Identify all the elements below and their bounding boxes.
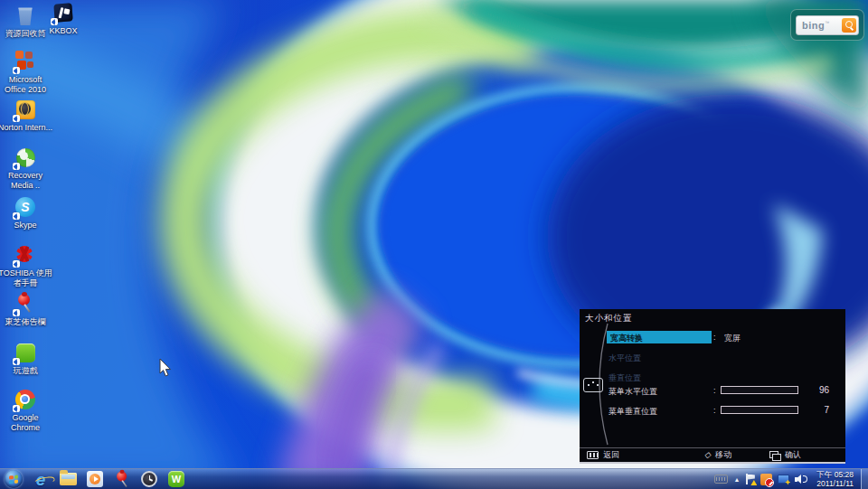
taskbar-bulletin[interactable] xyxy=(108,469,136,489)
desktop-icon-recovery-media[interactable]: Recovery Media .. xyxy=(0,146,53,190)
taskbar-games[interactable]: W xyxy=(163,469,190,489)
network-icon[interactable] xyxy=(778,475,789,484)
osd-footer: 返回 ◇ 移动 确认 xyxy=(580,447,845,462)
icon-label: Skype xyxy=(14,221,36,230)
input-language-icon[interactable] xyxy=(714,475,728,484)
shortcut-arrow-icon xyxy=(13,309,20,316)
taskbar-clock[interactable]: 下午 05:28 2011/11/11 xyxy=(813,470,857,488)
clock-utility-icon xyxy=(141,471,157,487)
desktop-icon-norton[interactable]: Norton Intern... xyxy=(0,99,53,133)
bing-search-gadget[interactable]: bing ™ xyxy=(790,9,864,41)
desktop-icon-bulletin[interactable]: 東芝佈告欄 xyxy=(0,293,53,327)
system-tray: ▲ 下午 05:28 2011/11/11 xyxy=(714,469,861,489)
osd-row-hposition: 水平位置 xyxy=(580,352,845,364)
shortcut-arrow-icon xyxy=(13,405,20,412)
shortcut-arrow-icon xyxy=(13,260,20,268)
confirm-icon xyxy=(769,451,780,459)
osd-row-menu-v-position[interactable]: 菜单垂直位置 : 7 xyxy=(580,405,845,418)
folder-icon xyxy=(60,473,77,485)
security-alert-icon[interactable] xyxy=(760,474,772,485)
desktop-icon-skype[interactable]: S Skype xyxy=(0,196,53,230)
osd-title: 大小和位置 xyxy=(585,313,633,324)
icon-label: Google Chrome xyxy=(0,413,53,432)
action-center-flag-icon[interactable] xyxy=(745,474,755,484)
clock-time: 下午 05:28 xyxy=(816,470,854,479)
bing-search-box[interactable]: bing ™ xyxy=(796,15,859,35)
clock-date: 2011/11/11 xyxy=(816,479,854,488)
desktop[interactable]: 資源回收筒 KKBOX Microsoft Office 2010 Norton… xyxy=(0,0,868,489)
show-desktop-button[interactable] xyxy=(861,469,868,489)
volume-icon[interactable] xyxy=(795,474,807,484)
diamond-icon: ◇ xyxy=(704,451,711,459)
desktop-icon-office[interactable]: Microsoft Office 2010 xyxy=(0,51,53,94)
internet-explorer-icon: e xyxy=(36,471,46,488)
media-player-icon xyxy=(87,471,103,487)
shortcut-arrow-icon xyxy=(13,163,20,170)
desktop-icon-toshiba-manual[interactable]: TOSHIBA 使用者手冊 xyxy=(0,244,53,287)
icon-label: TOSHIBA 使用者手冊 xyxy=(0,268,53,287)
shortcut-arrow-icon xyxy=(13,67,20,74)
osd-row-vposition: 垂直位置 xyxy=(580,371,845,384)
warning-badge xyxy=(750,480,757,485)
osd-back-hint: 返回 xyxy=(587,449,619,461)
taskbar: e W ▲ 下午 05:28 2011/11/11 xyxy=(0,468,868,489)
menu-h-position-slider[interactable] xyxy=(721,386,798,394)
show-hidden-icons-button[interactable]: ▲ xyxy=(733,476,740,483)
games-icon: W xyxy=(168,471,184,487)
bing-logo: bing xyxy=(802,20,825,31)
icon-label: 東芝佈告欄 xyxy=(5,317,46,327)
monitor-osd-panel: 大小和位置 宽高转换 : 宽屏 水平位置 垂直位置 菜单水平位置 : 96 菜单… xyxy=(580,309,845,464)
shortcut-arrow-icon xyxy=(13,115,20,122)
icon-label: 玩遊戲 xyxy=(14,366,38,376)
menu-bars-icon xyxy=(587,451,599,459)
shortcut-arrow-icon xyxy=(13,358,20,365)
taskbar-explorer[interactable] xyxy=(54,469,81,489)
icon-label: Recovery Media .. xyxy=(0,171,53,190)
desktop-icon-games[interactable]: 玩遊戲 xyxy=(0,342,53,376)
taskbar-media-player[interactable] xyxy=(81,469,108,489)
desktop-icon-kkbox[interactable]: KKBOX xyxy=(35,2,91,36)
taskbar-ie[interactable]: e xyxy=(27,469,54,489)
osd-value: 宽屏 xyxy=(724,333,741,344)
windows-orb-icon xyxy=(5,470,23,488)
icon-label: KKBOX xyxy=(49,26,77,36)
search-button[interactable] xyxy=(842,18,856,33)
start-button[interactable] xyxy=(0,469,27,489)
bing-trademark: ™ xyxy=(825,20,829,25)
osd-confirm-hint: 确认 xyxy=(769,449,801,461)
menu-v-position-slider[interactable] xyxy=(721,406,798,414)
shortcut-arrow-icon xyxy=(51,18,58,25)
osd-row-menu-h-position[interactable]: 菜单水平位置 : 96 xyxy=(580,385,845,398)
icon-label: Microsoft Office 2010 xyxy=(0,75,53,94)
pushpin-icon xyxy=(114,471,131,488)
osd-row-aspect[interactable]: 宽高转换 : 宽屏 xyxy=(580,332,845,344)
icon-label: Norton Intern... xyxy=(0,123,52,133)
osd-move-hint: ◇ 移动 xyxy=(704,449,731,461)
osd-slider-value: 96 xyxy=(800,385,829,395)
osd-selected-item[interactable]: 宽高转换 xyxy=(607,331,712,343)
osd-slider-value: 7 xyxy=(800,405,829,415)
recycle-bin-icon xyxy=(17,5,33,25)
desktop-icon-chrome[interactable]: Google Chrome xyxy=(0,389,53,432)
taskbar-clock-utility[interactable] xyxy=(136,469,163,489)
shortcut-arrow-icon xyxy=(13,212,20,220)
